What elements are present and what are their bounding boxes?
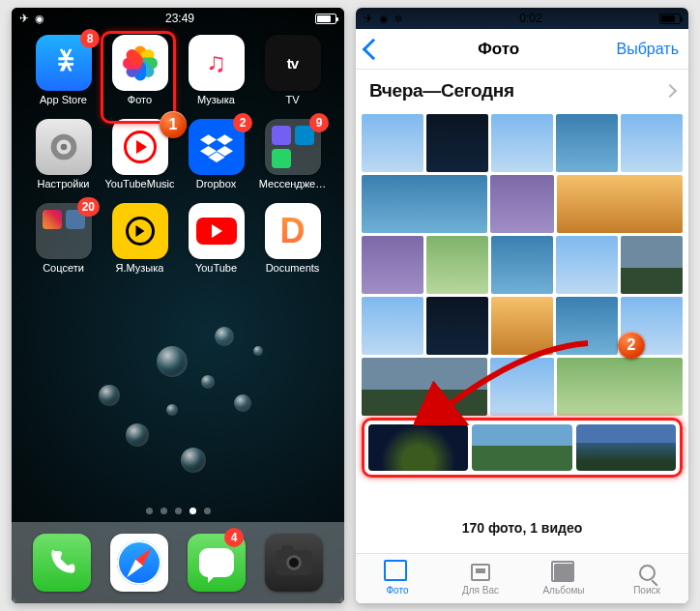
tab-label: Альбомы: [542, 585, 584, 596]
app-label: YouTubeMusic: [105, 178, 175, 189]
chevron-left-icon: [363, 38, 385, 60]
library-summary: 170 фото, 1 видео: [356, 509, 688, 547]
section-header[interactable]: Вчера—Сегодня: [356, 70, 688, 112]
safari-icon: [110, 534, 168, 592]
tab-search[interactable]: Поиск: [605, 554, 688, 603]
camera-icon: [265, 534, 323, 592]
app-dropbox[interactable]: 2 Dropbox: [178, 119, 254, 189]
svg-marker-3: [200, 134, 217, 145]
tab-label: Для Вас: [462, 585, 499, 596]
app-label: YouTube: [195, 262, 237, 274]
photos-app: ✈ ◉ ✲ 0:02 Фото Выбрать Вчера—Сегодня: [356, 8, 688, 603]
navigation-bar: Фото Выбрать: [356, 29, 688, 70]
app-label: Музыка: [197, 94, 235, 105]
app-tv[interactable]: tv TV: [254, 35, 331, 105]
svg-point-2: [60, 144, 67, 151]
app-label: TV: [285, 94, 299, 105]
dock-phone[interactable]: [33, 534, 91, 592]
photos-icon: [112, 35, 168, 91]
yandex-music-icon: [112, 203, 168, 259]
tab-albums[interactable]: Альбомы: [522, 554, 605, 603]
recent-thumb[interactable]: [576, 424, 676, 471]
battery-icon: [659, 14, 681, 24]
dock-camera[interactable]: [265, 534, 323, 592]
app-label: Я.Музыка: [116, 262, 164, 274]
battery-icon: [315, 14, 336, 24]
home-screen: ✈ ◉ 23:49 8 App Store: [12, 8, 344, 603]
app-music[interactable]: ♫ Музыка: [178, 35, 254, 105]
app-label: Фото: [128, 94, 152, 105]
annotation-callout-2: 2: [618, 332, 645, 359]
tab-photos[interactable]: Фото: [356, 554, 439, 603]
phone-icon: [33, 534, 91, 592]
folder-social[interactable]: 20 Соцсети: [25, 203, 102, 274]
app-photos[interactable]: Фото: [102, 35, 178, 105]
recent-thumb[interactable]: [368, 424, 468, 471]
documents-icon: D: [265, 203, 321, 259]
dock: 4: [12, 522, 344, 603]
for-you-tab-icon: [471, 564, 490, 581]
search-tab-icon: [639, 565, 656, 581]
tab-bar: Фото Для Вас Альбомы Поиск: [356, 553, 688, 603]
app-youtube[interactable]: YouTube: [178, 203, 254, 274]
app-label: Documents: [266, 262, 320, 274]
chevron-right-icon: [663, 84, 677, 98]
app-grid: 8 App Store Фото ♫ Музыка: [12, 35, 344, 274]
badge: 2: [233, 113, 252, 132]
wifi-icon: ◉: [35, 13, 44, 25]
badge: 20: [77, 197, 100, 217]
youtube-icon: [189, 203, 245, 259]
clock: 0:02: [519, 12, 541, 25]
photos-tab-icon: [388, 564, 407, 581]
back-button[interactable]: [365, 42, 381, 57]
app-yandex-music[interactable]: Я.Музыка: [102, 203, 178, 274]
recent-thumb[interactable]: [472, 424, 571, 471]
airplane-mode-icon: ✈: [364, 12, 373, 25]
nav-title: Фото: [478, 40, 519, 59]
airplane-mode-icon: ✈: [19, 12, 29, 25]
app-label: App Store: [40, 94, 87, 105]
annotation-highlight-strip: [362, 418, 683, 478]
select-button[interactable]: Выбрать: [617, 41, 679, 58]
wifi-icon: ◉: [379, 13, 389, 25]
loading-icon: ✲: [394, 14, 402, 24]
tv-icon: tv: [265, 35, 321, 91]
folder-messengers[interactable]: 9 Мессендже…: [254, 119, 331, 189]
dock-safari[interactable]: [110, 534, 168, 592]
tab-for-you[interactable]: Для Вас: [439, 554, 522, 603]
app-appstore[interactable]: 8 App Store: [25, 35, 102, 105]
section-title: Вчера—Сегодня: [369, 80, 514, 102]
badge: 8: [80, 29, 100, 48]
annotation-callout-1: 1: [160, 111, 187, 138]
app-settings[interactable]: Настройки: [25, 119, 102, 189]
svg-marker-4: [217, 134, 233, 145]
settings-icon: [36, 119, 92, 175]
music-icon: ♫: [189, 35, 245, 91]
app-label: Соцсети: [43, 262, 84, 274]
albums-tab-icon: [554, 564, 573, 581]
thumbnail-grid[interactable]: [362, 114, 683, 443]
app-documents[interactable]: D Documents: [254, 203, 331, 274]
badge: 4: [224, 528, 244, 547]
page-indicator[interactable]: [12, 508, 344, 514]
dock-messages[interactable]: 4: [188, 534, 246, 592]
status-bar: ✈ ◉ ✲ 0:02: [356, 8, 688, 29]
app-label: Мессендже…: [259, 178, 327, 189]
app-label: Настройки: [38, 178, 90, 189]
app-label: Dropbox: [196, 178, 237, 189]
tab-label: Фото: [387, 585, 409, 596]
status-bar: ✈ ◉ 23:49: [12, 8, 344, 29]
clock: 23:49: [165, 12, 194, 25]
badge: 9: [309, 113, 329, 132]
